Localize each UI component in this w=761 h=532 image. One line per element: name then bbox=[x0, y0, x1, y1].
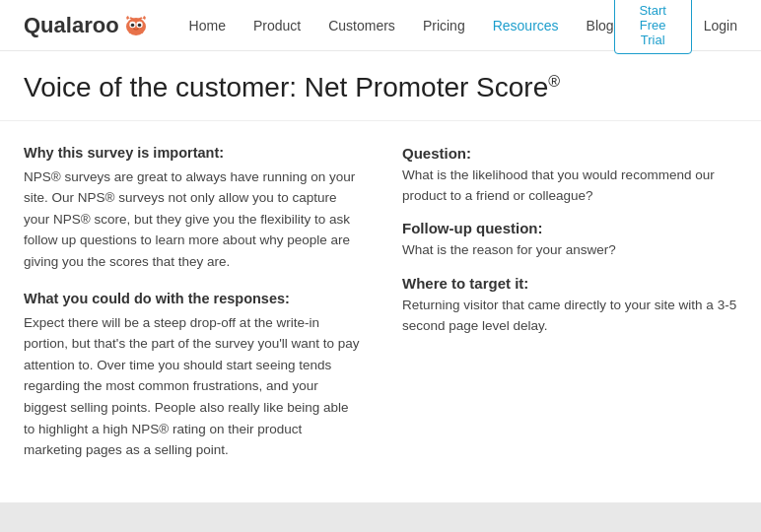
question-label: Question: bbox=[402, 145, 737, 162]
login-button[interactable]: Login bbox=[704, 18, 737, 33]
section1-text: NPS® surveys are great to always have ru… bbox=[24, 166, 363, 273]
svg-point-3 bbox=[130, 23, 134, 27]
content-area: Why this survey is important: NPS® surve… bbox=[0, 121, 761, 502]
nav-links: Home Product Customers Pricing Resources… bbox=[189, 18, 614, 33]
question-text: What is the likelihood that you would re… bbox=[402, 166, 737, 207]
section2-heading: What you could do with the responses: bbox=[24, 291, 363, 306]
nav-resources[interactable]: Resources bbox=[493, 18, 559, 33]
logo: Qualaroo bbox=[24, 13, 150, 38]
svg-point-4 bbox=[137, 23, 141, 27]
section1-heading: Why this survey is important: bbox=[24, 145, 363, 161]
page-title: Voice of the customer: Net Promoter Scor… bbox=[24, 71, 737, 104]
left-column: Why this survey is important: NPS® surve… bbox=[24, 145, 402, 479]
followup-label: Follow-up question: bbox=[402, 220, 737, 236]
nav-actions: Start Free Trial Login bbox=[614, 0, 737, 54]
nav-blog[interactable]: Blog bbox=[587, 18, 614, 33]
navbar: Qualaroo Home Product Customers Pricing … bbox=[0, 0, 761, 51]
demo-section: Try out this survey now: × What is the l… bbox=[0, 502, 761, 532]
nav-product[interactable]: Product bbox=[253, 18, 301, 33]
target-text: Returning visitor that came directly to … bbox=[402, 296, 737, 337]
section2-text: Expect there will be a steep drop-off at… bbox=[24, 312, 363, 461]
nav-pricing[interactable]: Pricing bbox=[423, 18, 465, 33]
page-header: Voice of the customer: Net Promoter Scor… bbox=[0, 51, 761, 121]
start-free-trial-button[interactable]: Start Free Trial bbox=[614, 0, 692, 54]
nav-home[interactable]: Home bbox=[189, 18, 226, 33]
followup-text: What is the reason for your answer? bbox=[402, 240, 737, 261]
nav-customers[interactable]: Customers bbox=[328, 18, 395, 33]
target-label: Where to target it: bbox=[402, 275, 737, 292]
logo-text: Qualaroo bbox=[24, 13, 119, 38]
right-column: Question: What is the likelihood that yo… bbox=[402, 145, 737, 479]
logo-owl-icon bbox=[122, 15, 150, 36]
